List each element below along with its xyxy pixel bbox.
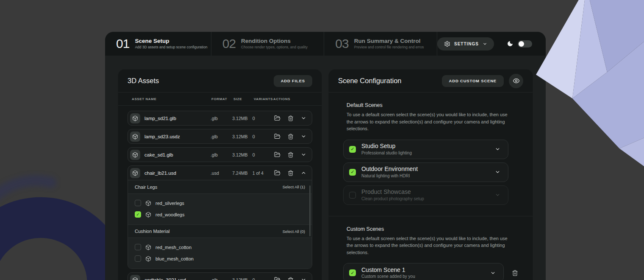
variant-option: ✓ blue_mesh_cotton — [128, 253, 312, 264]
scene-title: Custom Scene 1 — [361, 267, 490, 273]
open-folder-button[interactable] — [274, 115, 280, 121]
assets-panel-header: 3D Assets ADD FILES — [118, 70, 322, 92]
asset-row: lamp_sd23.usdz .glb 3.12MB 0 — [128, 129, 312, 144]
scene-checkbox[interactable]: ✓ — [349, 269, 356, 276]
chevron-down-icon[interactable] — [490, 270, 496, 276]
scene-config-panel: Scene Configuration ADD CUSTOM SCENE Def… — [328, 69, 533, 280]
open-folder-button[interactable] — [274, 133, 280, 140]
scene-title: Studio Setup — [361, 143, 495, 149]
step-subtitle: Add 3D assets and setup scene configurat… — [135, 45, 207, 49]
dark-mode-toggle[interactable] — [518, 40, 532, 48]
default-scenes-list: ✓ Studio Setup Professional studio light… — [343, 140, 518, 205]
scene-card[interactable]: ✓ Product Showcase Clean product photogr… — [343, 185, 508, 205]
add-custom-scene-button[interactable]: ADD CUSTOM SCENE — [442, 75, 504, 87]
open-folder-button[interactable] — [274, 170, 280, 176]
asset-row-main[interactable]: cake_sd1.glb .glb 3.12MB 0 — [128, 148, 312, 162]
preview-button[interactable] — [509, 74, 523, 88]
expand-row-button[interactable] — [301, 134, 306, 139]
app-window: 01 Scene Setup Add 3D assets and setup s… — [105, 32, 546, 280]
column-variants: VARIANTS — [254, 97, 273, 101]
asset-row-main[interactable]: lamp_sd21.glb .glb 3.12MB 0 — [128, 111, 312, 125]
step-number: 01 — [116, 36, 129, 51]
asset-row-main[interactable]: endtable_3021.usd .glb 3.12MB 0 — [128, 273, 312, 280]
column-format: FORMAT — [211, 97, 233, 101]
default-scenes-section: Default Scenes To use a default screen s… — [329, 92, 533, 216]
scene-card[interactable]: ✓ Custom Scene 1 Custom scene added by y… — [343, 263, 504, 280]
step-subtitle: Preview and control file rendering and e… — [354, 45, 424, 49]
expand-row-button[interactable] — [301, 152, 306, 157]
variant-group-title: Chair Legs — [135, 185, 157, 190]
select-all-button[interactable]: Select All (0) — [283, 229, 305, 234]
scene-panel-header: Scene Configuration ADD CUSTOM SCENE — [329, 70, 533, 92]
delete-asset-button[interactable] — [288, 152, 294, 158]
delete-asset-button[interactable] — [288, 115, 294, 121]
assets-table-body: lamp_sd21.glb .glb 3.12MB 0 lamp_sd23.u — [118, 106, 322, 280]
select-all-button[interactable]: Select All (1) — [283, 185, 305, 189]
variant-checkbox[interactable]: ✓ — [135, 244, 141, 250]
asset-format: .glb — [211, 134, 232, 139]
expand-row-button[interactable] — [301, 115, 306, 121]
step-number: 03 — [335, 36, 348, 51]
folder-icon — [274, 277, 280, 280]
trash-icon — [288, 115, 294, 121]
column-actions: ACTIONS — [273, 97, 309, 101]
expand-row-button[interactable] — [301, 170, 306, 176]
variant-groups: Chair Legs Select All (1) ✓ red_silverle… — [128, 180, 312, 269]
cube-icon — [145, 244, 151, 250]
custom-scenes-section: Custom Scenes To use a default screen se… — [329, 216, 533, 280]
scene-subtitle: Natural lighting with HDRI — [361, 174, 495, 178]
asset-size: 3.12MB — [232, 134, 252, 139]
asset-row-main[interactable]: chair_lb21.usd .usd 7.24MB 1 of 4 — [128, 166, 312, 180]
scene-checkbox[interactable]: ✓ — [349, 192, 356, 199]
delete-asset-button[interactable] — [288, 277, 294, 280]
delete-scene-button[interactable] — [512, 270, 518, 276]
asset-variants: 0 — [253, 116, 273, 121]
trash-icon — [288, 134, 294, 140]
step-run-summary[interactable]: 03 Run Summary & Control Preview and con… — [324, 32, 437, 56]
cube-icon — [130, 275, 140, 280]
add-files-button[interactable]: ADD FILES — [274, 75, 312, 87]
scene-card[interactable]: ✓ Studio Setup Professional studio light… — [343, 140, 508, 159]
scene-title: Outdoor Environment — [361, 166, 495, 172]
variant-checkbox[interactable]: ✓ — [135, 211, 141, 218]
chevron-down-icon — [483, 42, 487, 46]
asset-variants: 0 — [253, 277, 273, 280]
step-scene-setup[interactable]: 01 Scene Setup Add 3D assets and setup s… — [105, 32, 211, 56]
gem-decoration — [532, 0, 644, 170]
chevron-down-icon[interactable] — [495, 192, 500, 198]
step-title: Run Summary & Control — [354, 38, 424, 44]
asset-row-main[interactable]: lamp_sd23.usdz .glb 3.12MB 0 — [128, 129, 312, 143]
chevron-down-icon[interactable] — [495, 146, 500, 152]
settings-button[interactable]: SETTINGS — [437, 37, 494, 50]
delete-asset-button[interactable] — [288, 170, 294, 176]
variant-group: Cushion Material Select All (0) ✓ red_me… — [128, 224, 312, 269]
theme-switcher — [507, 40, 532, 48]
chevron-down-icon — [301, 115, 306, 121]
open-folder-button[interactable] — [274, 151, 280, 158]
cube-icon — [145, 256, 151, 262]
assets-panel-title: 3D Assets — [128, 77, 274, 85]
step-title: Rendition Options — [241, 38, 308, 44]
variant-checkbox[interactable]: ✓ — [135, 200, 141, 206]
delete-asset-button[interactable] — [288, 134, 294, 140]
variant-label: red_silverlegs — [155, 201, 184, 206]
asset-name: chair_lb21.usd — [144, 171, 211, 176]
open-folder-button[interactable] — [274, 277, 280, 280]
scene-checkbox[interactable]: ✓ — [349, 169, 356, 176]
scene-subtitle: Custom scene added by you — [361, 274, 490, 279]
column-asset-name: ASSET NAME — [132, 97, 211, 101]
cube-icon — [130, 132, 140, 142]
expand-row-button[interactable] — [301, 277, 306, 280]
variant-checkbox[interactable]: ✓ — [135, 255, 141, 262]
step-rendition-options[interactable]: 02 Rendition Options Choose render types… — [211, 32, 325, 56]
asset-size: 7.24MB — [232, 171, 252, 176]
scene-card[interactable]: ✓ Outdoor Environment Natural lighting w… — [343, 162, 508, 182]
torus-decoration — [0, 168, 114, 280]
topbar-right: SETTINGS — [437, 32, 546, 56]
chevron-down-icon[interactable] — [495, 169, 500, 175]
chevron-down-icon — [301, 134, 306, 139]
asset-variants: 1 of 4 — [253, 171, 273, 176]
scene-checkbox[interactable]: ✓ — [349, 146, 356, 153]
folder-icon — [274, 133, 280, 140]
main-content: 3D Assets ADD FILES ASSET NAME FORMAT SI… — [105, 56, 546, 280]
